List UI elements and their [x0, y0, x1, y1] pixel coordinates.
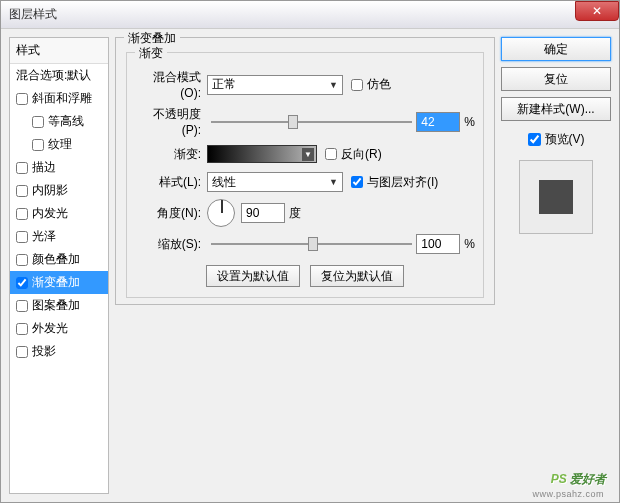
watermark: PS 爱好者: [551, 463, 606, 489]
align-checkbox[interactable]: 与图层对齐(I): [351, 174, 438, 191]
angle-dial[interactable]: [207, 199, 235, 227]
chevron-down-icon: ▼: [302, 148, 314, 161]
blend-mode-combo[interactable]: 正常 ▼: [207, 75, 343, 95]
sidebar-header: 样式: [10, 38, 108, 64]
preview-swatch: [539, 180, 573, 214]
gradient-picker[interactable]: ▼: [207, 145, 317, 163]
new-style-button[interactable]: 新建样式(W)...: [501, 97, 611, 121]
chevron-down-icon: ▼: [329, 177, 338, 187]
window-title: 图层样式: [9, 6, 57, 23]
sidebar-item-10[interactable]: 外发光: [10, 317, 108, 340]
angle-label: 角度(N):: [135, 205, 207, 222]
titlebar: 图层样式 ✕: [1, 1, 619, 29]
sidebar-item-9[interactable]: 图案叠加: [10, 294, 108, 317]
sidebar-item-11[interactable]: 投影: [10, 340, 108, 363]
blend-mode-label: 混合模式(O):: [135, 69, 207, 100]
styles-sidebar: 样式 混合选项:默认 斜面和浮雕等高线纹理描边内阴影内发光光泽颜色叠加渐变叠加图…: [9, 37, 109, 494]
right-panel: 确定 复位 新建样式(W)... 预览(V): [501, 37, 611, 494]
preview-box: [519, 160, 593, 234]
angle-value[interactable]: 90: [241, 203, 285, 223]
inner-group-title: 渐变: [135, 45, 167, 62]
sidebar-blend-defaults[interactable]: 混合选项:默认: [10, 64, 108, 87]
sidebar-item-8[interactable]: 渐变叠加: [10, 271, 108, 294]
opacity-slider[interactable]: [211, 115, 412, 129]
sidebar-item-0[interactable]: 斜面和浮雕: [10, 87, 108, 110]
close-button[interactable]: ✕: [575, 1, 619, 21]
reset-button[interactable]: 复位: [501, 67, 611, 91]
dither-checkbox[interactable]: 仿色: [351, 76, 391, 93]
sidebar-item-6[interactable]: 光泽: [10, 225, 108, 248]
sidebar-item-7[interactable]: 颜色叠加: [10, 248, 108, 271]
scale-slider[interactable]: [211, 237, 412, 251]
sidebar-item-2[interactable]: 纹理: [10, 133, 108, 156]
scale-label: 缩放(S):: [135, 236, 207, 253]
opacity-label: 不透明度(P):: [135, 106, 207, 137]
preview-checkbox[interactable]: 预览(V): [501, 131, 611, 148]
sidebar-item-5[interactable]: 内发光: [10, 202, 108, 225]
chevron-down-icon: ▼: [329, 80, 338, 90]
sidebar-item-4[interactable]: 内阴影: [10, 179, 108, 202]
gradient-label: 渐变:: [135, 146, 207, 163]
reset-default-button[interactable]: 复位为默认值: [310, 265, 404, 287]
reverse-checkbox[interactable]: 反向(R): [325, 146, 382, 163]
watermark-url: www.psahz.com: [532, 489, 604, 499]
sidebar-item-1[interactable]: 等高线: [10, 110, 108, 133]
opacity-value[interactable]: 42: [416, 112, 460, 132]
set-default-button[interactable]: 设置为默认值: [206, 265, 300, 287]
ok-button[interactable]: 确定: [501, 37, 611, 61]
style-combo[interactable]: 线性 ▼: [207, 172, 343, 192]
scale-value[interactable]: 100: [416, 234, 460, 254]
center-panel: 渐变叠加 渐变 混合模式(O): 正常 ▼ 仿色: [115, 37, 495, 494]
style-label: 样式(L):: [135, 174, 207, 191]
sidebar-item-3[interactable]: 描边: [10, 156, 108, 179]
